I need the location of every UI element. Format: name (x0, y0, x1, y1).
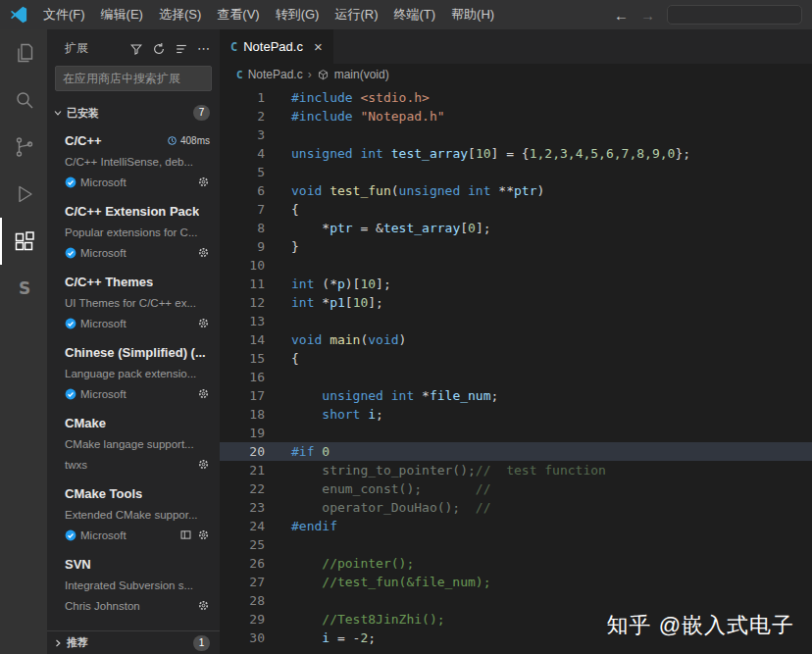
line-number: 3 (220, 126, 265, 144)
code-line[interactable]: 8 *ptr = &test_array[0]; (220, 219, 812, 237)
line-content (265, 256, 291, 275)
tab-notepad-c[interactable]: C NotePad.c × (220, 29, 333, 64)
code-line[interactable]: 15{ (220, 349, 812, 368)
extension-item[interactable]: CMake Tools Extended CMake suppor... Mic… (47, 478, 220, 548)
extensions-search-input[interactable] (55, 66, 212, 91)
menu-item[interactable]: 帮助(H) (443, 3, 502, 26)
extension-publisher: Microsoft (80, 176, 127, 188)
activity-s-extension-icon[interactable]: S (0, 265, 47, 312)
line-number: 2 (220, 107, 265, 126)
code-area[interactable]: 1#include <stdio.h>2#include "Notepad.h"… (220, 85, 812, 654)
clear-search-icon[interactable] (175, 42, 188, 56)
manage-extension-gear-icon[interactable] (197, 387, 210, 400)
installed-count-badge: 7 (193, 105, 210, 121)
tab-bar: C NotePad.c × (220, 29, 812, 64)
code-line[interactable]: 17 unsigned int *file_num; (220, 386, 812, 405)
line-content (265, 163, 291, 181)
menu-item[interactable]: 文件(F) (35, 3, 93, 26)
code-line[interactable]: 9} (220, 237, 812, 256)
installed-section-header[interactable]: 已安装 7 (47, 101, 220, 125)
breadcrumb: C NotePad.c › main(void) (220, 64, 812, 85)
extension-item[interactable]: C/C++ 408ms C/C++ IntelliSense, deb... M… (47, 125, 220, 195)
window-icon[interactable] (179, 528, 192, 541)
sidebar-title: 扩展 (65, 40, 88, 57)
verified-publisher-icon (65, 176, 76, 188)
extensions-sidebar: 扩展 ⋯ 已安装 7 C/C++ (47, 29, 220, 654)
menu-item[interactable]: 运行(R) (327, 3, 385, 26)
more-actions-icon[interactable]: ⋯ (197, 42, 210, 55)
code-line[interactable]: 2#include "Notepad.h" (220, 107, 812, 126)
code-line[interactable]: 25 (220, 535, 812, 554)
extensions-list: C/C++ 408ms C/C++ IntelliSense, deb... M… (47, 125, 220, 619)
code-line[interactable]: 20#if 0 (220, 442, 812, 461)
manage-extension-gear-icon[interactable] (197, 246, 210, 259)
code-line[interactable]: 3 (220, 126, 812, 144)
code-line[interactable]: 14void main(void) (220, 330, 812, 349)
code-line[interactable]: 26 //pointer(); (220, 554, 812, 573)
back-icon[interactable]: ← (614, 8, 629, 23)
code-line[interactable]: 19 (220, 424, 812, 442)
code-line[interactable]: 27 //test_fun(&file_num); (220, 573, 812, 591)
menu-item[interactable]: 选择(S) (151, 3, 209, 26)
line-content: #include "Notepad.h" (265, 107, 445, 126)
manage-extension-gear-icon[interactable] (197, 317, 210, 329)
extension-name: SVN (65, 557, 91, 572)
recommended-section-header[interactable]: 推荐 1 (47, 630, 220, 654)
manage-extension-gear-icon[interactable] (197, 458, 210, 471)
watermark: 知乎 @嵌入式电子 (607, 616, 794, 634)
line-content: #include <stdio.h> (265, 88, 430, 107)
code-line[interactable]: 1#include <stdio.h> (220, 88, 812, 107)
filter-icon[interactable] (129, 42, 143, 56)
extension-description: C/C++ IntelliSense, deb... (65, 156, 210, 168)
menu-item[interactable]: 终端(T) (385, 3, 443, 26)
code-line[interactable]: 5 (220, 163, 812, 181)
close-icon[interactable]: × (314, 39, 323, 54)
menu-item[interactable]: 编辑(E) (93, 3, 151, 26)
refresh-icon[interactable] (152, 42, 166, 56)
activity-run-debug-icon[interactable] (0, 171, 47, 218)
manage-extension-gear-icon[interactable] (197, 599, 210, 612)
code-line[interactable]: 21 string_to_pointer();// test function (220, 461, 812, 479)
menubar: 文件(F)编辑(E)选择(S)查看(V)转到(G)运行(R)终端(T)帮助(H) (35, 3, 502, 26)
extension-item[interactable]: CMake CMake langage support... twxs (47, 407, 220, 478)
line-content (265, 126, 291, 144)
menu-item[interactable]: 转到(G) (268, 3, 328, 26)
line-content: //pointer(); (265, 554, 414, 573)
menu-item[interactable]: 查看(V) (209, 3, 267, 26)
manage-extension-gear-icon[interactable] (197, 176, 210, 188)
code-line[interactable]: 11int (*p)[10]; (220, 275, 812, 293)
breadcrumb-symbol[interactable]: main(void) (334, 68, 389, 81)
manage-extension-gear-icon[interactable] (197, 528, 210, 541)
activity-explorer-icon[interactable] (0, 29, 47, 76)
line-number: 18 (220, 405, 265, 424)
extension-item[interactable]: C/C++ Themes UI Themes for C/C++ ex... M… (47, 266, 220, 336)
code-line[interactable]: 22 enum_const(); // (220, 479, 812, 498)
code-line[interactable]: 16 (220, 368, 812, 386)
code-line[interactable]: 10 (220, 256, 812, 275)
code-line[interactable]: 6void test_fun(unsigned int **ptr) (220, 181, 812, 200)
extension-item[interactable]: Chinese (Simplified) (... Language pack … (47, 336, 220, 407)
activity-source-control-icon[interactable] (0, 124, 47, 171)
extension-item[interactable]: SVN Integrated Subversion s... Chris Joh… (47, 548, 220, 619)
titlebar: 文件(F)编辑(E)选择(S)查看(V)转到(G)运行(R)终端(T)帮助(H)… (0, 0, 812, 29)
code-line[interactable]: 4unsigned int test_array[10] = {1,2,3,4,… (220, 144, 812, 163)
code-line[interactable]: 12int *p1[10]; (220, 293, 812, 312)
activity-extensions-icon[interactable] (0, 218, 47, 265)
activity-search-icon[interactable] (0, 76, 47, 124)
extension-item[interactable]: C/C++ Extension Pack Popular extensions … (47, 195, 220, 266)
line-number: 17 (220, 386, 265, 405)
line-number: 8 (220, 219, 265, 237)
code-line[interactable]: 24#endif (220, 517, 812, 535)
code-line[interactable]: 18 short i; (220, 405, 812, 424)
forward-icon[interactable]: → (640, 8, 655, 23)
extension-publisher: Microsoft (80, 247, 127, 259)
code-line[interactable]: 13 (220, 312, 812, 330)
code-line[interactable]: 23 operator_DouHao(); // (220, 498, 812, 517)
code-line[interactable]: 28 (220, 591, 812, 610)
line-content (265, 312, 291, 330)
breadcrumb-file[interactable]: NotePad.c (248, 68, 303, 81)
code-line[interactable]: 7{ (220, 200, 812, 219)
installed-section-label: 已安装 (67, 106, 99, 121)
command-center-search[interactable] (667, 5, 802, 25)
line-content: i = -2; (265, 629, 376, 647)
